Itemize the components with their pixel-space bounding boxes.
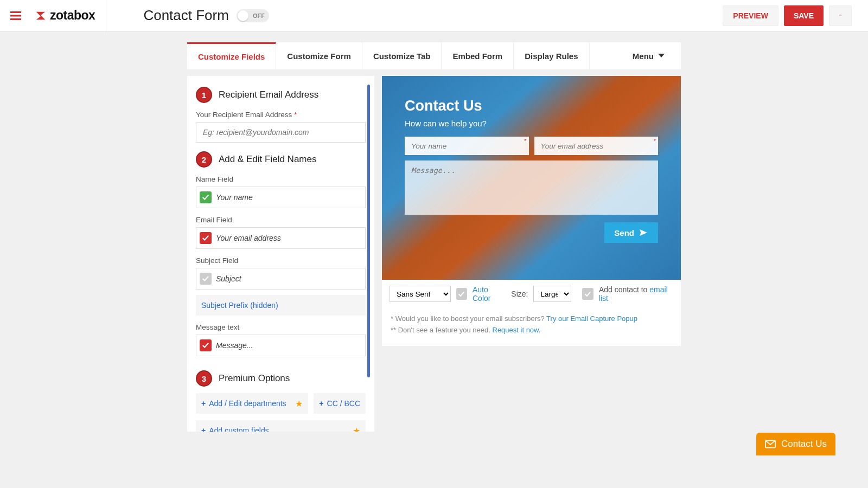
step-1: 1 Recipient Email Address: [196, 87, 366, 103]
size-label: Size:: [511, 290, 528, 298]
add-custom-fields-button[interactable]: + Add custom fields ★: [196, 420, 366, 432]
save-button[interactable]: SAVE: [784, 5, 824, 26]
preview-title: Contact Us: [405, 98, 681, 114]
step-2: 2 Add & Edit Field Names: [196, 151, 366, 168]
request-feature-link[interactable]: Request it now.: [493, 326, 541, 334]
subject-field-checkbox[interactable]: [200, 273, 212, 285]
preview-send-button[interactable]: Send: [604, 222, 658, 243]
add-departments-button[interactable]: + Add / Edit departments ★: [196, 393, 308, 414]
star-icon: ★: [295, 399, 303, 409]
recipient-email-input[interactable]: [196, 122, 366, 143]
enable-toggle[interactable]: OFF: [237, 9, 269, 22]
step-2-title: Add & Edit Field Names: [219, 154, 316, 165]
refresh-icon: [839, 11, 841, 21]
name-field-label: Name Field: [196, 175, 366, 183]
recipient-label: Your Recipient Email Address *: [196, 111, 366, 119]
plus-icon: +: [201, 399, 206, 408]
form-preview: Contact Us How can we help you? * * Send: [382, 76, 681, 280]
ccbcc-label: CC / BCC: [327, 399, 360, 408]
tab-customize-tab[interactable]: Customize Tab: [362, 42, 442, 69]
email-field-label: Email Field: [196, 216, 366, 224]
size-select[interactable]: Large: [533, 286, 571, 302]
subject-prefix-link[interactable]: Subject Prefix (hidden): [196, 295, 366, 316]
step-num-2: 2: [196, 151, 212, 168]
subject-field-label: Subject Field: [196, 256, 366, 265]
preview-subtitle: How can we help you?: [405, 119, 681, 128]
custom-label: Add custom fields: [209, 426, 269, 432]
step-num-1: 1: [196, 87, 212, 103]
add-contact-text: Add contact to email list: [599, 285, 673, 303]
preview-message-textarea[interactable]: [405, 160, 658, 215]
preview-email-input[interactable]: [534, 137, 659, 155]
toggle-label: OFF: [253, 12, 265, 19]
step-3-title: Premium Options: [219, 373, 290, 384]
send-label: Send: [614, 228, 634, 237]
subject-field-value: Subject: [216, 274, 241, 283]
fab-label: Contact Us: [781, 439, 827, 450]
message-field-row[interactable]: Message...: [196, 335, 366, 356]
plus-icon: +: [319, 399, 323, 408]
tab-embed-form[interactable]: Embed Form: [442, 42, 514, 69]
chevron-down-icon: [658, 54, 665, 58]
email-field-value: Your email address: [216, 234, 281, 242]
name-field-value: Your name: [216, 193, 253, 202]
paper-plane-icon: [639, 228, 648, 237]
refresh-button[interactable]: [829, 5, 852, 26]
tab-menu[interactable]: Menu: [622, 42, 681, 69]
font-select[interactable]: Sans Serif: [390, 286, 451, 302]
menu-label: Menu: [633, 52, 654, 61]
top-actions: PREVIEW SAVE: [723, 5, 868, 26]
tab-customize-form[interactable]: Customize Form: [276, 42, 362, 69]
preview-name-input[interactable]: [405, 137, 529, 155]
email-capture-link[interactable]: Try our Email Capture Popup: [546, 314, 637, 323]
preview-options-bar: Sans Serif Auto Color Size: Large Add co…: [382, 280, 681, 308]
star-icon: ★: [353, 426, 360, 432]
mail-icon: [765, 440, 776, 448]
customize-panel: 1 Recipient Email Address Your Recipient…: [187, 76, 374, 432]
auto-color-label[interactable]: Auto Color: [473, 285, 506, 303]
hamburger-menu-icon[interactable]: [0, 11, 31, 20]
message-field-checkbox[interactable]: [200, 339, 212, 351]
email-field-checkbox[interactable]: [200, 232, 212, 244]
tab-customize-fields[interactable]: Customize Fields: [187, 42, 276, 69]
top-bar: zotabox Contact Form OFF PREVIEW SAVE: [0, 0, 868, 31]
subject-field-row[interactable]: Subject: [196, 268, 366, 290]
cc-bcc-button[interactable]: + CC / BCC: [314, 393, 366, 414]
name-field-row[interactable]: Your name: [196, 187, 366, 208]
contact-us-fab[interactable]: Contact Us: [756, 433, 835, 455]
footer-notes: * Would you like to boost your email sub…: [382, 308, 681, 346]
email-field-row[interactable]: Your email address: [196, 227, 366, 249]
tab-display-rules[interactable]: Display Rules: [514, 42, 589, 69]
step-num-3: 3: [196, 370, 212, 387]
step-3: 3 Premium Options: [196, 370, 366, 387]
logo-icon: [35, 10, 47, 22]
tabs: Customize Fields Customize Form Customiz…: [187, 42, 681, 69]
page-title: Contact Form: [143, 7, 229, 24]
preview-button[interactable]: PREVIEW: [723, 5, 778, 26]
preview-panel: Contact Us How can we help you? * * Send…: [382, 76, 681, 432]
add-contact-checkbox[interactable]: [582, 288, 593, 300]
plus-icon: +: [201, 426, 206, 432]
dept-label: Add / Edit departments: [209, 399, 286, 408]
message-field-value: Message...: [216, 341, 253, 350]
auto-color-checkbox[interactable]: [456, 288, 467, 300]
message-field-label: Message text: [196, 323, 366, 331]
step-1-title: Recipient Email Address: [219, 89, 318, 100]
logo[interactable]: zotabox: [31, 0, 106, 31]
logo-text: zotabox: [50, 8, 95, 23]
name-field-checkbox[interactable]: [200, 191, 212, 203]
